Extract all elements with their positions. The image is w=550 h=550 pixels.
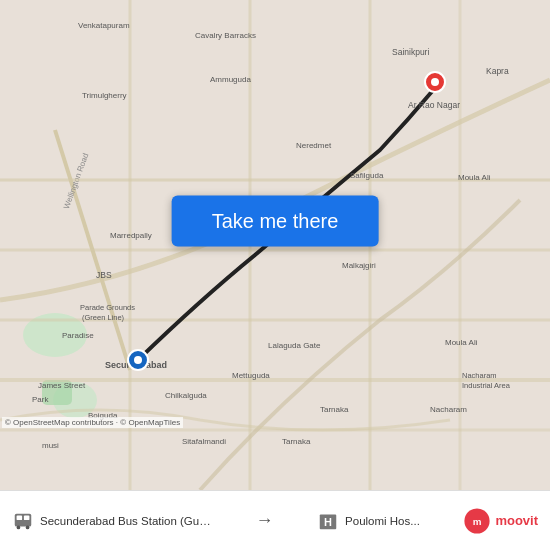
svg-text:Ar Rao Nagar: Ar Rao Nagar — [408, 100, 460, 110]
footer-arrow: → — [256, 510, 274, 531]
osm-attribution: © OpenStreetMap contributors · © OpenMap… — [2, 417, 183, 428]
svg-text:m: m — [473, 516, 482, 527]
map-container: Wellington Road Venkatapuram Cavalry Bar… — [0, 0, 550, 490]
svg-text:Ammuguda: Ammuguda — [210, 75, 251, 84]
svg-text:Industrial Area: Industrial Area — [462, 381, 511, 390]
svg-text:Tarnaka: Tarnaka — [282, 437, 311, 446]
svg-point-51 — [134, 356, 142, 364]
footer-destination: H Poulomi Hos... — [317, 510, 420, 532]
svg-text:JBS: JBS — [96, 270, 112, 280]
take-me-there-button[interactable]: Take me there — [172, 195, 379, 246]
svg-text:Moula Ali: Moula Ali — [458, 173, 491, 182]
svg-text:Paradise: Paradise — [62, 331, 94, 340]
bus-icon — [12, 510, 34, 532]
footer-origin-label: Secunderabad Bus Station (Gurud... — [40, 515, 212, 527]
svg-text:Cavalry Barracks: Cavalry Barracks — [195, 31, 256, 40]
svg-text:Chilkalguda: Chilkalguda — [165, 391, 207, 400]
moovit-text: moovit — [495, 513, 538, 528]
svg-text:musi: musi — [42, 441, 59, 450]
svg-text:Malkajgiri: Malkajgiri — [342, 261, 376, 270]
moovit-logo: m moovit — [463, 507, 538, 535]
svg-text:Mettuguda: Mettuguda — [232, 371, 270, 380]
svg-text:Nacharam: Nacharam — [430, 405, 467, 414]
svg-text:Lalaguda Gate: Lalaguda Gate — [268, 341, 321, 350]
svg-text:Marredpally: Marredpally — [110, 231, 152, 240]
svg-text:Sainikpuri: Sainikpuri — [392, 47, 429, 57]
svg-text:(Green Line): (Green Line) — [82, 313, 125, 322]
svg-point-55 — [17, 525, 21, 529]
footer-origin: Secunderabad Bus Station (Gurud... — [12, 510, 212, 532]
svg-text:Venkatapuram: Venkatapuram — [78, 21, 130, 30]
svg-point-56 — [26, 525, 30, 529]
svg-text:Nacharam: Nacharam — [462, 371, 497, 380]
svg-text:Trimulgherry: Trimulgherry — [82, 91, 127, 100]
svg-text:Tarnaka: Tarnaka — [320, 405, 349, 414]
svg-text:Moula Ali: Moula Ali — [445, 338, 478, 347]
svg-rect-53 — [17, 515, 22, 520]
svg-text:Park: Park — [32, 395, 49, 404]
hospital-icon: H — [317, 510, 339, 532]
svg-text:Kapra: Kapra — [486, 66, 509, 76]
svg-point-49 — [431, 78, 439, 86]
footer: Secunderabad Bus Station (Gurud... → H P… — [0, 490, 550, 550]
svg-text:Parade Grounds: Parade Grounds — [80, 303, 135, 312]
svg-text:James Street: James Street — [38, 381, 86, 390]
svg-rect-54 — [24, 515, 29, 520]
svg-text:Safilguda: Safilguda — [350, 171, 384, 180]
svg-text:Neredmet: Neredmet — [296, 141, 332, 150]
svg-text:Sitafalmandi: Sitafalmandi — [182, 437, 226, 446]
svg-text:H: H — [324, 515, 332, 527]
moovit-logo-icon: m — [463, 507, 491, 535]
footer-destination-label: Poulomi Hos... — [345, 515, 420, 527]
